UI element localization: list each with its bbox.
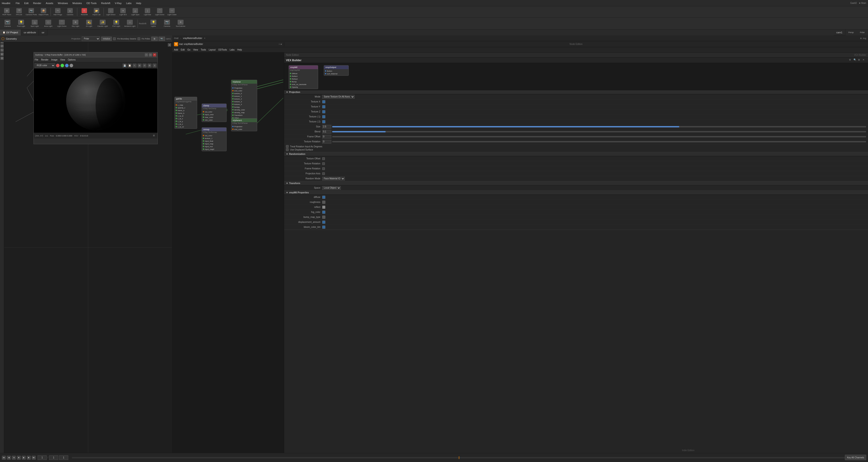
fb-menu-image[interactable]: Image xyxy=(51,58,58,61)
remap-node[interactable]: remap V-Ray TexRemap out_color texture_1… xyxy=(202,127,226,151)
vraymtl-network-area[interactable]: vrayMtl vrayVray/Mtl Diffuse Reflect Ref… xyxy=(284,63,868,90)
vm-menu-layout[interactable]: Layout xyxy=(209,49,215,51)
bump-swatch[interactable] xyxy=(322,215,326,219)
light-bar-btn[interactable]: | Light Bar xyxy=(142,7,153,17)
rop-parm-btn[interactable]: ⚙ ROP Parm xyxy=(1,7,13,17)
menu-odtools[interactable]: OD Tools xyxy=(85,1,97,5)
timeline-track[interactable] xyxy=(72,457,846,458)
tab-uv-attribute[interactable]: uv attribute xyxy=(21,29,39,35)
lt-lights-rs-btn[interactable]: 💡 Lights xyxy=(147,18,160,29)
lt-gi-light-btn[interactable]: 💫 GI Light xyxy=(83,18,96,29)
properties-scroll-area[interactable]: vrayMtl vrayVray/Mtl Diffuse Reflect Ref… xyxy=(284,63,868,453)
blend-slider[interactable] xyxy=(332,131,866,133)
vex-expand-icon[interactable]: ⊞ xyxy=(858,58,862,62)
lt-suncatcher-btn[interactable]: ☀ SunCatcher xyxy=(174,18,187,29)
fb-copy-icon[interactable]: 📋 xyxy=(128,63,132,67)
fb-reset-icon[interactable]: ↺ xyxy=(143,63,147,67)
gefile-node[interactable]: geFile vray/MetaImageFile c_map opacity_… xyxy=(175,97,197,129)
fb-save-icon[interactable]: 💾 xyxy=(123,63,127,67)
disp-swatch[interactable] xyxy=(322,221,326,224)
proj-axis-checkbox[interactable] xyxy=(322,172,325,175)
mode-value[interactable]: Same Texture On All Axes Different Per A… xyxy=(322,95,866,98)
light-direct-btn[interactable]: ↓ Light Direct xyxy=(105,7,117,17)
fog-color-swatch[interactable] xyxy=(322,210,326,214)
texture-2-swatch[interactable] xyxy=(322,120,326,123)
fb-expand-icon[interactable]: ⊞ xyxy=(153,134,156,137)
vm-menu-go[interactable]: Go xyxy=(187,49,190,51)
treat-rotation-checkbox[interactable] xyxy=(286,145,289,148)
lt-area-light-btn[interactable]: □ Area Light xyxy=(42,18,55,29)
vm-menu-labs[interactable]: Labs xyxy=(230,49,235,51)
tab-uv-project[interactable]: 📋 UV Project xyxy=(0,29,21,35)
size-input[interactable] xyxy=(322,125,331,128)
texture-y-swatch[interactable] xyxy=(322,105,326,108)
mode-dropdown[interactable]: Same Texture On All Axes Different Per A… xyxy=(322,95,354,98)
initialize-btn[interactable]: Initialize xyxy=(101,37,112,41)
transform-title[interactable]: ▼ Transform xyxy=(284,181,868,185)
persp-toggle[interactable]: ⊞ xyxy=(151,37,158,41)
start-frame-input[interactable] xyxy=(49,456,58,460)
menu-modules[interactable]: Modules xyxy=(71,1,83,5)
tl-prev-key[interactable]: ⏮ xyxy=(2,456,6,460)
lt-pool-light-btn[interactable]: 💡 Pool Light xyxy=(14,18,28,29)
randomization-title[interactable]: ▼ Randomization xyxy=(284,152,868,156)
projection-title[interactable]: ▼ Projection xyxy=(284,90,868,94)
fb-red-btn[interactable] xyxy=(56,64,60,67)
current-frame-input[interactable] xyxy=(38,456,47,460)
vm-menu-add[interactable]: Add xyxy=(174,49,178,51)
fb-maximize-btn[interactable]: □ xyxy=(149,53,152,56)
tab-cam1[interactable]: cam1 xyxy=(834,29,845,35)
triplanar1-node[interactable]: triplanar1 V-Ray TexTriPlanar Projection… xyxy=(231,118,257,131)
vex-search-icon[interactable]: 🔍 xyxy=(854,58,857,62)
lt-port-light-btn[interactable]: 💡 Port Light xyxy=(110,18,123,29)
menu-labs[interactable]: Labs xyxy=(125,1,132,5)
frame-rotation-checkbox[interactable] xyxy=(322,167,325,170)
fb-channel-dropdown[interactable]: RGB color Alpha Diffuse xyxy=(35,63,55,68)
camera-btn[interactable]: ▸ Camera xyxy=(64,7,76,17)
menu-redshift[interactable]: Redshift xyxy=(100,1,111,5)
redshift-btn[interactable]: R Redshift xyxy=(79,7,90,17)
fb-info-icon[interactable]: ℹ xyxy=(153,63,157,67)
fb-grid-icon[interactable]: ⊞ xyxy=(137,63,142,67)
uv-geo-label[interactable]: Geometry xyxy=(6,37,17,40)
fix-boundary-checkbox[interactable] xyxy=(113,37,116,40)
key-all-channels-btn[interactable]: Key All Channels xyxy=(845,455,866,460)
random-mode-value[interactable]: Face Material ID Random xyxy=(322,177,866,180)
diffuse-swatch[interactable] xyxy=(322,196,326,199)
vraymtl-node[interactable]: vrayMtl vrayVray/Mtl Diffuse Reflect Ref… xyxy=(289,65,318,89)
space-value[interactable]: Local Object World Camera xyxy=(322,186,866,190)
cam-toggle[interactable]: 📷 xyxy=(159,37,165,41)
tex-rotation-checkbox[interactable] xyxy=(322,162,325,165)
lt-spot-light-btn[interactable]: △ Spot Light xyxy=(28,18,41,29)
fix-poles-checkbox[interactable] xyxy=(137,37,140,40)
fb-minimize-btn[interactable]: − xyxy=(145,53,148,56)
space-dropdown[interactable]: Local Object World Camera xyxy=(322,186,341,190)
light-dome-btn[interactable]: ⌒ Light Dome xyxy=(154,7,166,17)
tl-play[interactable]: ▶ xyxy=(22,456,26,460)
node-network-area[interactable]: geFile vray/MetaImageFile c_map opacity_… xyxy=(172,53,284,453)
lt-caustic-light-btn[interactable]: ✨ Caustic Light xyxy=(96,18,109,29)
menu-windows[interactable]: Windows xyxy=(57,1,69,5)
fb-menu-options[interactable]: Options xyxy=(68,58,75,61)
fb-menu-view[interactable]: View xyxy=(60,58,65,61)
fb-close-btn[interactable]: ✕ xyxy=(153,53,156,56)
scale-tool[interactable]: ⤡ xyxy=(0,49,4,52)
fb-cursor-icon[interactable]: ↖ xyxy=(132,63,136,67)
fb-alpha-btn[interactable] xyxy=(69,64,73,67)
roughness-swatch[interactable] xyxy=(322,201,326,204)
use-displaced-checkbox[interactable] xyxy=(286,148,289,151)
blend-input[interactable] xyxy=(322,130,331,134)
vex-settings-icon[interactable]: ⚙ xyxy=(849,58,852,62)
vm-menu-odtools[interactable]: ODTools xyxy=(218,49,227,51)
projection-dropdown[interactable]: Polar UV Spherical xyxy=(82,36,100,41)
texture-rotation-input[interactable] xyxy=(322,140,331,144)
vraymtl-props-title[interactable]: ▼ vrayMtl Properties xyxy=(284,191,868,195)
fps-btn[interactable]: 🎬 FPS:30 xyxy=(13,7,25,17)
vm-menu-tools[interactable]: Tools xyxy=(201,49,206,51)
lt-ambient-btn[interactable]: ○ Ambient Light xyxy=(123,18,136,29)
light-cable-btn[interactable]: 〰 Light Cable xyxy=(166,7,178,17)
fb-green-btn[interactable] xyxy=(61,64,64,67)
tl-stop[interactable]: ■ xyxy=(17,456,21,460)
texture-x-swatch[interactable] xyxy=(322,100,326,104)
mat-add-tab[interactable]: + xyxy=(204,37,206,39)
